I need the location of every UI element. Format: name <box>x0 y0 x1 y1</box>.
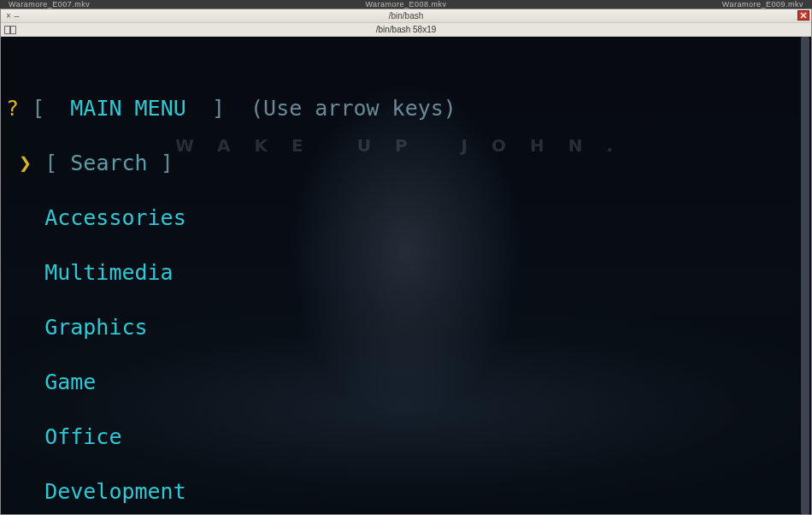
menu-title: MAIN MENU <box>70 96 185 121</box>
menu-search-label: Search <box>70 151 147 175</box>
terminal-tabbar: /bin/bash 58x19 <box>1 23 811 37</box>
desktop-background: Waramore_E007.mkv Waramore_E008.mkv Wara… <box>0 0 812 515</box>
menu-item-office[interactable]: Office <box>6 423 806 451</box>
menu-item-multimedia[interactable]: Multimedia <box>6 259 806 287</box>
scrollbar-thumb[interactable] <box>801 37 809 514</box>
menu-item-label: Accessories <box>44 205 186 230</box>
prompt-question-icon: ? <box>6 96 19 121</box>
split-pane-icon[interactable] <box>4 25 16 35</box>
desktop-file: Waramore_E008.mkv <box>365 0 446 9</box>
menu-item-label: Development <box>44 479 186 504</box>
window-close-button[interactable] <box>797 10 809 21</box>
svg-rect-1 <box>11 26 16 33</box>
menu-item-game[interactable]: Game <box>6 369 806 396</box>
menu-header-row: ? [ MAIN MENU ] (Use arrow keys) <box>6 95 806 122</box>
desktop-file: Waramore_E009.mkv <box>722 0 803 9</box>
terminal-viewport[interactable]: WAKE UP JOHN. ? [ MAIN MENU ] (Use arrow… <box>1 37 811 514</box>
menu-item-label: Multimedia <box>44 260 174 285</box>
terminal-scrollbar[interactable] <box>799 37 811 514</box>
terminal-tab-title: /bin/bash 58x19 <box>1 25 811 34</box>
window-controls-left: × – <box>1 11 19 21</box>
menu-hint: (Use arrow keys) <box>250 96 456 121</box>
window-title: /bin/bash <box>1 11 811 21</box>
selection-arrow-icon: ❯ <box>19 151 32 175</box>
bracket-close: ] <box>212 96 225 121</box>
svg-rect-0 <box>5 26 10 33</box>
menu-item-accessories[interactable]: Accessories <box>6 204 806 232</box>
menu-item-development[interactable]: Development <box>6 478 806 506</box>
menu-search-row[interactable]: ❯ [ Search ] <box>6 150 806 177</box>
desktop-file: Waramore_E007.mkv <box>9 0 90 9</box>
window-minimize-icon[interactable]: – <box>15 11 20 21</box>
bracket-open: [ <box>44 151 57 175</box>
menu-item-graphics[interactable]: Graphics <box>6 314 806 341</box>
desktop-file-strip: Waramore_E007.mkv Waramore_E008.mkv Wara… <box>0 0 812 9</box>
menu-item-label: Graphics <box>44 315 147 340</box>
menu-item-label: Game <box>44 370 96 394</box>
close-icon <box>800 12 807 19</box>
bracket-close: ] <box>161 151 174 175</box>
terminal-window: × – /bin/bash /bin/bash 58x19 WAKE UP JO… <box>0 9 812 515</box>
menu-item-label: Office <box>44 424 121 449</box>
window-control-icon[interactable]: × <box>6 11 11 21</box>
window-titlebar[interactable]: × – /bin/bash <box>1 9 811 23</box>
terminal-content: ? [ MAIN MENU ] (Use arrow keys) ❯ [ Sea… <box>1 37 811 514</box>
bracket-open: [ <box>32 96 44 121</box>
